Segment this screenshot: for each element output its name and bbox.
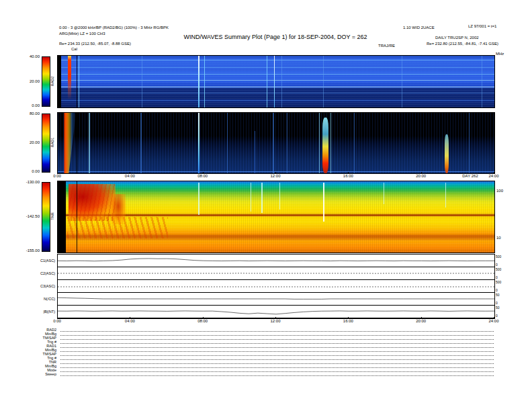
status-row-dots	[60, 363, 494, 364]
time-tick-bottom-label: 16:00	[343, 319, 353, 323]
line-plot-svg	[58, 267, 494, 279]
colorbar-tick-label: -142.50	[22, 214, 40, 218]
status-row-dots	[60, 342, 494, 344]
status-row-dots	[60, 355, 494, 356]
spectrogram-feature-burst-wedge	[64, 113, 76, 173]
interference-band	[58, 67, 494, 68]
line-plot-trace	[58, 259, 494, 261]
line-plot-scale-top: 500	[496, 255, 501, 259]
status-row-dots	[60, 375, 494, 376]
line-plot-row	[58, 293, 494, 306]
spectrogram-feature-line-blue2	[469, 113, 470, 173]
status-row-dots	[60, 334, 494, 336]
colorbar-tick-label: 20.00	[22, 140, 40, 144]
time-tick-bottom-label: 24:00	[488, 319, 498, 323]
line-plot-row	[58, 267, 494, 280]
spectrogram-feature-line-bright	[274, 56, 275, 107]
status-row-dots	[60, 347, 494, 348]
panel-axis-label: RAD1	[50, 138, 54, 148]
time-tick-mid-label: 04:00	[125, 174, 135, 178]
line-plot-svg	[58, 293, 494, 305]
spectrogram-feature-tnr-blob2	[111, 194, 126, 224]
rad1-colorbar	[42, 113, 50, 173]
spectrogram-feature-burst-mid	[322, 118, 328, 173]
spectrogram-feature-line-faint	[281, 56, 282, 107]
interference-band	[58, 100, 494, 101]
spectrogram-feature-line-blue2	[287, 113, 287, 173]
line-plot-scale-top: 50	[496, 293, 500, 297]
line-plot-row	[58, 306, 494, 318]
line-plot-scale-top: 50	[496, 306, 500, 310]
interference-band	[58, 80, 494, 81]
spectrogram-feature-line-faint	[402, 56, 402, 107]
spectrogram-feature-cal	[77, 56, 77, 107]
colorbar-tick-label: 20.00	[22, 79, 40, 83]
time-tick-mid-label: 12:00	[270, 174, 280, 178]
wind-waves-summary-plot: 0.00 - 3 @2000 kHz/BP (RAD2/BG) (100%) -…	[0, 0, 532, 411]
interference-band	[58, 93, 494, 93]
line-plot-svg	[58, 255, 494, 267]
line-plot-label: |B|(NT)	[28, 310, 55, 314]
spectrogram-feature-line-blue2	[140, 113, 142, 173]
line-plot-scale-top: 500	[496, 267, 501, 271]
panel-axis-label: RAD2	[50, 76, 54, 86]
spectrogram-feature-line-cyan	[79, 56, 79, 107]
interference-band	[58, 74, 494, 75]
spectrogram-feature-tnr-line	[445, 183, 446, 208]
spectrogram-feature-cal	[77, 181, 77, 253]
time-tick-bottom-label: 04:00	[125, 319, 135, 323]
day-label: DAY 262	[462, 174, 478, 178]
colorbar-tick-label: 80.00	[22, 111, 40, 116]
time-tick-mid-label: 0:00	[53, 174, 61, 178]
interference-band	[58, 87, 494, 87]
line-plot-scale-bottom: 0	[496, 301, 498, 305]
line-plot-trace	[58, 311, 494, 314]
rad2-colorbar	[42, 56, 50, 107]
status-row-dots	[60, 351, 494, 352]
spectrogram-feature-line-cyan2	[319, 113, 320, 173]
header-lz-info: LZ 97/001 = t=1	[468, 24, 496, 28]
spectrogram-feature-tnr-line	[261, 183, 263, 213]
spectrogram-feature-line-blue2	[227, 113, 228, 173]
header-position-end: Re= 232.80 (212.55, -84.81, -7.41 GSE)	[427, 42, 498, 46]
cal-marker-label: Cal	[71, 47, 77, 51]
spectrogram-feature-line-blue2	[354, 113, 355, 173]
time-tick-mid-label: 08:00	[197, 174, 208, 178]
colorbar-tick-label: -155.00	[22, 248, 40, 253]
status-row-dots	[60, 367, 494, 368]
spectrogram-feature-line-cyan2	[330, 113, 331, 173]
header-scale-info: 0.00 - 3 @2000 kHz/BP (RAD2/BG) (100%) -…	[59, 26, 169, 30]
colorbar-tick-label: 0.00	[22, 103, 40, 107]
spectrogram-feature-tnr-blob	[69, 184, 116, 221]
status-row-dots	[60, 359, 494, 360]
line-plot-scale-bottom: 0	[496, 314, 498, 318]
spectrogram-feature-tnr-line	[279, 183, 280, 210]
spectrogram-feature-line-faint	[142, 56, 142, 107]
spectrogram-feature-burst-small	[445, 134, 449, 174]
spectrogram-feature-tnr-line	[198, 183, 200, 215]
time-tick-bottom-label: 08:00	[197, 319, 208, 323]
status-row-dots	[60, 330, 494, 332]
time-tick-mid-label: 20:00	[416, 174, 426, 178]
line-plot-svg	[58, 306, 494, 318]
spectrogram-feature-line-cyan	[267, 56, 267, 107]
rad2-frequency-unit-label: MHz	[496, 52, 504, 56]
line-plot-label: C2(ASC)	[28, 271, 55, 275]
plot-title: WIND/WAVES Summary Plot (Page 1) for 18-…	[57, 34, 494, 40]
header-traj-label: TRAJ/RE	[378, 44, 395, 48]
status-row-label: Sweep	[27, 372, 56, 376]
spectrogram-feature-line-blue2	[273, 113, 274, 173]
line-plot-trace	[58, 298, 494, 299]
line-plot-block	[57, 254, 495, 319]
rad1-spectrogram	[57, 112, 495, 174]
time-tick-bottom-label: 12:00	[270, 319, 280, 323]
spectrogram-feature-tnr-line	[251, 183, 251, 211]
time-tick-bottom-label: 0:00	[53, 319, 61, 323]
line-plot-label: N(/CC)	[28, 297, 55, 301]
spectrogram-feature-line-faint	[482, 56, 482, 107]
line-plot-scale-bottom: 0	[496, 275, 498, 279]
time-tick-bottom-label: 20:00	[416, 319, 426, 323]
colorbar-tick-label: -130.00	[22, 180, 40, 184]
status-row-dots	[60, 338, 494, 340]
time-tick-mid-label: 16:00	[343, 174, 353, 178]
